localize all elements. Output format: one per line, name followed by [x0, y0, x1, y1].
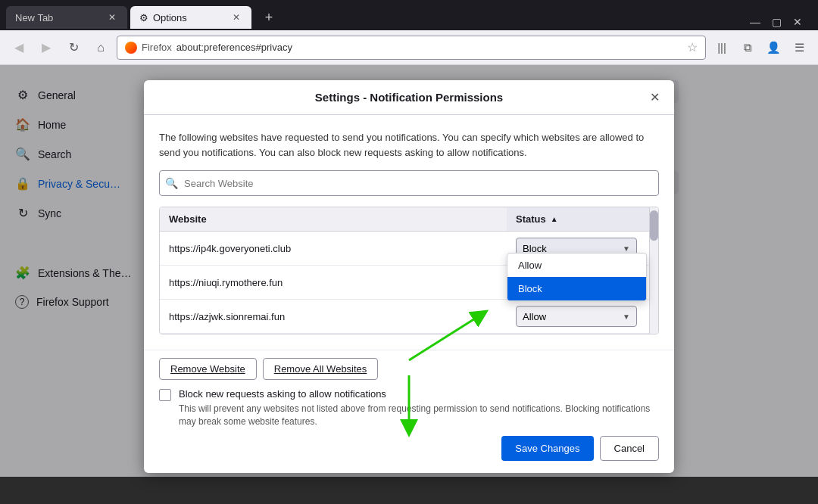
block-checkbox-text-group: Block new requests asking to allow notif…	[179, 387, 659, 428]
dropdown-value: Allow	[523, 311, 546, 322]
website-table: Website Status ▲ https://ip4k.goveryonet…	[159, 207, 659, 334]
website-cell: https://niuqi.rymothere.fun	[160, 266, 507, 299]
dropdown-option-allow[interactable]: Allow	[507, 254, 646, 277]
tab-options-close[interactable]: ✕	[230, 11, 242, 23]
dialog-description: The following websites have requested to…	[159, 130, 659, 160]
menu-icon[interactable]: ☰	[788, 36, 810, 59]
tab-newtab-label: New Tab	[15, 12, 53, 23]
dialog-close-button[interactable]: ✕	[645, 89, 663, 107]
bookmark-icon[interactable]: ☆	[687, 40, 698, 54]
remove-website-button[interactable]: Remove Website	[159, 358, 257, 380]
col-status[interactable]: Status ▲	[507, 207, 658, 231]
title-bar: New Tab ✕ ⚙ Options ✕ + — ▢ ✕	[0, 0, 818, 30]
dropdown-arrow-icon: ▼	[623, 244, 630, 253]
browser-label: Firefox	[142, 42, 172, 53]
forward-button[interactable]: ▶	[35, 36, 58, 59]
tab-view-icon[interactable]: ⧉	[736, 36, 759, 59]
refresh-button[interactable]: ↻	[62, 36, 85, 59]
website-cell: https://azjwk.sionremai.fun	[160, 300, 507, 333]
new-tab-button[interactable]: +	[258, 6, 280, 29]
main-area: ⚙ General 🏠 Home 🔍 Search 🔒 Privacy & Se…	[0, 65, 818, 477]
table-row[interactable]: https://ip4k.goveryoneti.club Block ▼ Al…	[160, 232, 658, 266]
table-scrollbar[interactable]	[649, 207, 658, 334]
dropdown-option-block[interactable]: Block	[507, 277, 646, 300]
block-checkbox-desc: This will prevent any websites not liste…	[179, 403, 659, 428]
status-dropdown-menu: Allow Block	[507, 253, 647, 301]
minimize-button[interactable]: —	[748, 15, 762, 29]
block-requests-checkbox[interactable]	[159, 389, 171, 401]
dialog-header: Settings - Notification Permissions ✕	[144, 80, 674, 115]
table-body: https://ip4k.goveryoneti.club Block ▼ Al…	[160, 232, 658, 334]
address-bar[interactable]: Firefox about:preferences#privacy ☆	[117, 36, 706, 60]
tab-options-label: Options	[153, 12, 187, 23]
dialog-overlay: Settings - Notification Permissions ✕ Th…	[0, 65, 818, 477]
url-text: about:preferences#privacy	[176, 42, 292, 53]
remove-all-websites-button[interactable]: Remove All Websites	[263, 358, 379, 380]
status-dropdown-button[interactable]: Allow ▼	[516, 306, 637, 327]
home-button[interactable]: ⌂	[89, 36, 112, 59]
dialog-title: Settings - Notification Permissions	[315, 91, 503, 104]
block-checkbox-row: Block new requests asking to allow notif…	[159, 387, 659, 428]
website-cell: https://ip4k.goveryoneti.club	[160, 232, 507, 265]
dropdown-arrow-icon: ▼	[623, 313, 630, 321]
cancel-button[interactable]: Cancel	[600, 436, 659, 461]
tab-newtab-close[interactable]: ✕	[106, 11, 118, 23]
scrollbar-thumb	[650, 210, 658, 241]
bookmarks-icon[interactable]: |||	[710, 36, 733, 59]
account-icon[interactable]: 👤	[762, 36, 785, 59]
close-window-button[interactable]: ✕	[791, 15, 804, 29]
back-button[interactable]: ◀	[8, 36, 30, 59]
save-changes-button[interactable]: Save Changes	[501, 436, 593, 461]
dialog-action-row: Save Changes Cancel	[159, 436, 659, 465]
nav-right-icons: ||| ⧉ 👤 ☰	[710, 36, 810, 59]
maximize-button[interactable]: ▢	[770, 15, 783, 29]
dialog-body: The following websites have requested to…	[144, 115, 674, 350]
search-icon: 🔍	[165, 177, 178, 189]
dialog-footer: Remove Website Remove All Websites Block…	[144, 350, 674, 473]
nav-bar: ◀ ▶ ↻ ⌂ Firefox about:preferences#privac…	[0, 30, 818, 65]
status-cell[interactable]: Block ▼ Allow Block	[507, 232, 658, 265]
tab-newtab[interactable]: New Tab ✕	[6, 6, 127, 29]
search-website-input[interactable]	[159, 170, 659, 196]
table-row[interactable]: https://azjwk.sionremai.fun Allow ▼	[160, 300, 658, 334]
block-checkbox-label: Block new requests asking to allow notif…	[179, 387, 659, 401]
status-cell[interactable]: Allow ▼	[507, 300, 658, 333]
table-header: Website Status ▲	[160, 207, 658, 232]
search-container: 🔍	[159, 170, 659, 196]
row-action-buttons: Remove Website Remove All Websites	[159, 358, 659, 380]
firefox-logo	[125, 42, 137, 54]
options-icon: ⚙	[139, 12, 148, 23]
tab-options[interactable]: ⚙ Options ✕	[130, 6, 251, 29]
col-website: Website	[160, 207, 507, 231]
sort-arrow-icon: ▲	[551, 215, 558, 223]
notification-permissions-dialog: Settings - Notification Permissions ✕ Th…	[144, 80, 674, 473]
